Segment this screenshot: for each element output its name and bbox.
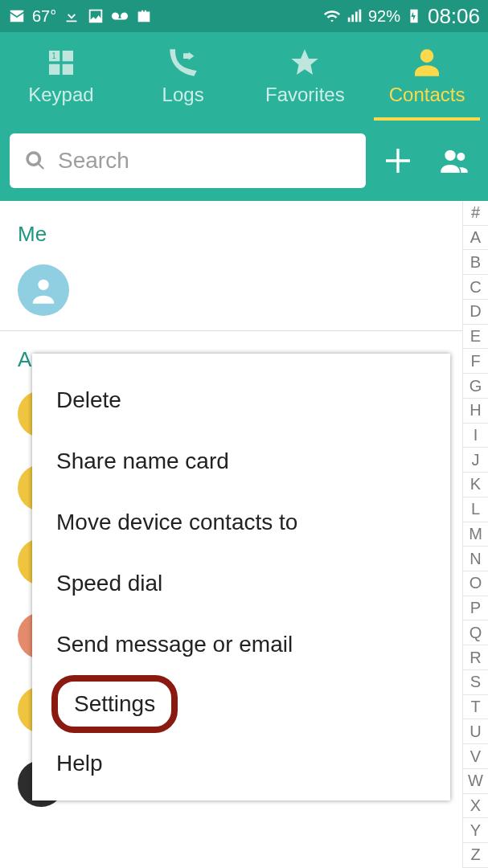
keypad-icon: 1 — [45, 47, 77, 79]
index-a[interactable]: A — [462, 226, 488, 251]
voicemail-icon — [111, 7, 129, 25]
add-button[interactable] — [374, 137, 422, 185]
svg-point-1 — [38, 280, 48, 290]
index-o[interactable]: O — [462, 571, 488, 596]
tab-favorites-label: Favorites — [265, 84, 345, 106]
signal-icon — [346, 7, 363, 25]
tab-contacts-label: Contacts — [389, 84, 465, 106]
index-r[interactable]: R — [462, 645, 488, 670]
section-me-header: Me — [0, 201, 488, 255]
content-area: Me A Delete Share name card Move device … — [0, 201, 488, 868]
index-g[interactable]: G — [462, 374, 488, 399]
index-w[interactable]: W — [462, 769, 488, 794]
index-s[interactable]: S — [462, 670, 488, 695]
tab-logs-label: Logs — [162, 84, 204, 106]
menu-share-name-card[interactable]: Share name card — [32, 431, 450, 492]
avatar-icon — [27, 274, 59, 306]
index-strip[interactable]: # A B C D E F G H I J K L M N O P Q R S … — [462, 201, 488, 868]
index-t[interactable]: T — [462, 695, 488, 720]
index-i[interactable]: I — [462, 424, 488, 448]
index-u[interactable]: U — [462, 719, 488, 744]
logs-icon — [167, 47, 199, 79]
index-p[interactable]: P — [462, 596, 488, 621]
context-menu: Delete Share name card Move device conta… — [32, 354, 450, 800]
temperature: 67° — [32, 7, 56, 26]
index-d[interactable]: D — [462, 300, 488, 325]
tab-contacts[interactable]: Contacts — [366, 32, 488, 121]
index-h[interactable]: H — [462, 399, 488, 424]
index-m[interactable]: M — [462, 522, 488, 547]
index-hash[interactable]: # — [462, 201, 488, 226]
briefcase-icon — [135, 7, 153, 25]
group-icon — [438, 145, 470, 177]
clock-time: 08:06 — [428, 4, 480, 29]
tab-favorites[interactable]: Favorites — [244, 32, 367, 121]
index-k[interactable]: K — [462, 473, 488, 497]
index-n[interactable]: N — [462, 547, 488, 571]
index-j[interactable]: J — [462, 448, 488, 473]
mail-icon — [8, 7, 26, 25]
tab-logs[interactable]: Logs — [122, 32, 244, 121]
index-v[interactable]: V — [462, 744, 488, 769]
index-z[interactable]: Z — [462, 843, 488, 868]
battery-percent: 92% — [368, 7, 400, 26]
tab-keypad-label: Keypad — [28, 84, 93, 106]
index-y[interactable]: Y — [462, 818, 488, 843]
tab-keypad[interactable]: 1 Keypad — [0, 32, 122, 121]
battery-charging-icon — [405, 7, 423, 25]
index-l[interactable]: L — [462, 497, 488, 522]
wifi-icon — [323, 7, 341, 25]
tab-bar: 1 Keypad Logs Favorites Contacts — [0, 32, 488, 121]
menu-delete[interactable]: Delete — [32, 370, 450, 431]
index-c[interactable]: C — [462, 275, 488, 300]
star-icon — [289, 47, 321, 79]
menu-settings[interactable]: Settings — [51, 675, 178, 733]
menu-send-message[interactable]: Send message or email — [32, 614, 450, 675]
picture-icon — [87, 7, 105, 25]
index-e[interactable]: E — [462, 325, 488, 350]
index-f[interactable]: F — [462, 349, 488, 374]
status-bar: 67° 92% 08:06 — [0, 0, 488, 32]
download-icon — [63, 7, 80, 25]
search-placeholder: Search — [58, 148, 129, 174]
search-icon — [24, 149, 47, 172]
index-x[interactable]: X — [462, 794, 488, 819]
group-button[interactable] — [430, 137, 478, 185]
search-row: Search — [0, 121, 488, 201]
person-icon — [411, 47, 443, 79]
search-input[interactable]: Search — [10, 133, 366, 188]
plus-icon — [382, 145, 414, 177]
index-b[interactable]: B — [462, 250, 488, 275]
menu-speed-dial[interactable]: Speed dial — [32, 553, 450, 614]
svg-text:1: 1 — [51, 51, 56, 60]
index-q[interactable]: Q — [462, 620, 488, 645]
menu-move-contacts[interactable]: Move device contacts to — [32, 492, 450, 553]
me-avatar[interactable] — [18, 264, 69, 316]
menu-help[interactable]: Help — [32, 733, 450, 794]
